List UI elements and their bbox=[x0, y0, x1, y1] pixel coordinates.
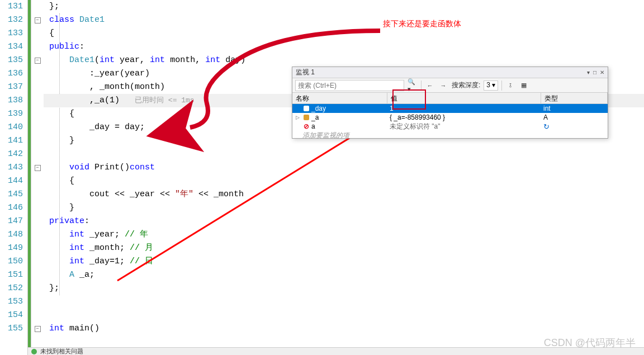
nav-forward-icon[interactable]: → bbox=[438, 81, 448, 91]
status-dot-icon bbox=[31, 349, 37, 354]
fold-toggle-icon[interactable]: − bbox=[35, 58, 41, 64]
annotation-text: 接下来还是要走函数体 bbox=[383, 19, 461, 29]
search-input[interactable] bbox=[295, 80, 404, 91]
line-number-gutter: 131 132 133 134 135 136 137 138 139 140 … bbox=[0, 0, 28, 355]
search-depth-label: 搜索深度: bbox=[452, 81, 480, 90]
watch-panel[interactable]: 监视 1 ▾ □ ✕ 🔍▾ ← → 搜索深度: 3 ▾ ⫱ ▦ 名称 值 类型 … bbox=[292, 67, 608, 139]
watch-toolbar: 🔍▾ ← → 搜索深度: 3 ▾ ⫱ ▦ bbox=[292, 78, 608, 93]
fold-gutter: − − − − bbox=[31, 0, 44, 355]
search-depth-value[interactable]: 3 ▾ bbox=[484, 81, 498, 91]
fold-toggle-icon[interactable]: − bbox=[35, 326, 41, 332]
error-icon: ⊘ bbox=[304, 122, 309, 130]
field-icon bbox=[304, 106, 309, 111]
fold-toggle-icon[interactable]: − bbox=[35, 165, 41, 171]
column-header-value[interactable]: 值 bbox=[387, 93, 541, 103]
fold-toggle-icon[interactable]: − bbox=[35, 17, 41, 23]
nav-back-icon[interactable]: ← bbox=[425, 81, 435, 91]
status-bar: 未找到相关问题 bbox=[28, 347, 644, 355]
window-menu-icon[interactable]: ▾ bbox=[587, 69, 590, 75]
watch-add-item[interactable]: 添加要监视的项 bbox=[292, 131, 608, 138]
watch-row[interactable]: ⊘a 未定义标识符 "a" ↻ bbox=[292, 122, 608, 131]
window-pin-icon[interactable]: □ bbox=[593, 69, 596, 75]
search-dropdown-icon[interactable]: 🔍▾ bbox=[408, 81, 418, 91]
code-editor[interactable]: }; class Date1 { public: Date1(int year,… bbox=[44, 0, 644, 355]
watch-row[interactable]: ▷_a { _a=-858993460 } A bbox=[292, 113, 608, 122]
status-text: 未找到相关问题 bbox=[40, 347, 83, 355]
close-icon[interactable]: ✕ bbox=[600, 69, 604, 75]
filter-icon[interactable]: ⫱ bbox=[505, 81, 515, 91]
column-header-type[interactable]: 类型 bbox=[541, 93, 608, 103]
refresh-icon[interactable]: ↻ bbox=[543, 122, 550, 131]
watch-titlebar[interactable]: 监视 1 ▾ □ ✕ bbox=[292, 67, 608, 78]
field-icon bbox=[304, 115, 309, 120]
expand-icon[interactable]: ▷ bbox=[296, 115, 301, 120]
columns-icon[interactable]: ▦ bbox=[519, 81, 529, 91]
watch-title: 监视 1 bbox=[296, 68, 315, 77]
watch-body: _day 1 int ▷_a { _a=-858993460 } A ⊘a 未定… bbox=[292, 104, 608, 138]
column-header-name[interactable]: 名称 bbox=[292, 93, 387, 103]
watch-row[interactable]: _day 1 int bbox=[292, 104, 608, 113]
watch-column-headers: 名称 值 类型 bbox=[292, 93, 608, 104]
